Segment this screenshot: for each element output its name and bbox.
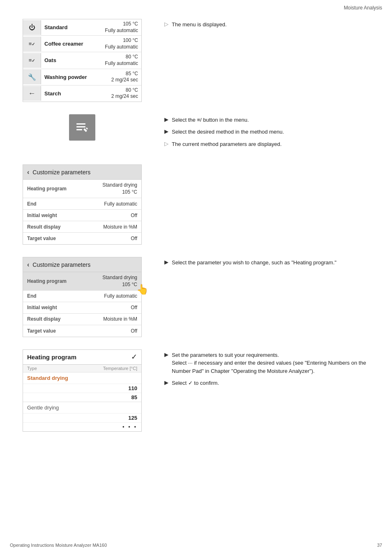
heating-panel: Heating program ✓ Type Temperature [°C] … [23,349,142,432]
arrow-solid-5b: ▶ [164,379,168,386]
instr-text-1: The menu is displayed. [172,21,227,29]
customize-value-end: Fully automatic [104,201,137,207]
section-2: ▶ Select the ≡/ button in the menu. ▶ Se… [12,114,380,153]
heating-temp-85[interactable]: 85 [23,393,141,402]
page-footer: Operating Instructions Moisture Analyzer… [0,543,392,548]
arrow-solid-5a: ▶ [164,352,168,358]
instr-text-2a: Select the ≡/ button in the menu. [172,116,249,124]
heating-col-type: Type [27,366,37,371]
menu-name-standard: Standard [41,23,101,32]
customize-row-end-2[interactable]: End Fully automatic [23,291,141,302]
panel-col-4: ‹ Customize parameters Heating program S… [12,257,152,337]
menu-values-standard: 105 °C Fully automatic [101,19,141,35]
method-icon-svg [75,120,90,135]
check-mark-btn[interactable]: ✓ [131,352,137,361]
menu-row-starch[interactable]: ← Starch 80 °C 2 mg/24 sec [23,86,141,102]
menu-row-washing[interactable]: 🔧 Washing powder 85 °C 2 mg/24 sec [23,69,141,86]
customize-value-target-2: Off [131,328,137,334]
heating-type-gentle-label: Gentle drying [27,405,59,411]
customize-row-result[interactable]: Result display Moisture in %M [23,221,141,233]
instr-item-2c: ▷ The current method parameters are disp… [164,140,380,148]
menu-icon-method-1: ≡✓ [23,37,41,51]
instr-item-2b: ▶ Select the desired method in the metho… [164,128,380,136]
customize-label-heating: Heating program [27,186,67,192]
heating-temp-dots[interactable]: • • • [23,422,141,431]
customize-label-result-2: Result display [27,316,60,322]
customize-row-heating[interactable]: Heating program Standard drying105 °C [23,180,141,198]
heating-header: Heating program ✓ [23,350,141,365]
menu-row-coffee[interactable]: ≡✓ Coffee creamer 100 °C Fully automatic [23,36,141,52]
customize-label-end-2: End [27,293,37,299]
heating-temp-125[interactable]: 125 [23,413,141,422]
menu-values-coffee: 100 °C Fully automatic [101,36,141,52]
customize-value-result-2: Moisture in %M [103,316,137,322]
svg-rect-1 [76,126,85,127]
panel-col-5: Heating program ✓ Type Temperature [°C] … [12,349,152,432]
arrow-outline-2c: ▷ [164,141,168,147]
method-icon-button[interactable] [69,114,95,141]
section-4: ‹ Customize parameters Heating program S… [12,257,380,337]
instr-text-4a: Select the parameter you wish to change,… [172,259,337,267]
customize-value-target: Off [131,236,137,241]
instr-item-4a: ▶ Select the parameter you wish to chang… [164,259,380,267]
instr-col-4: ▶ Select the parameter you wish to chang… [164,257,380,271]
customize-title-2: Customize parameters [32,261,90,268]
customize-label-target-2: Target value [27,328,56,334]
customize-row-target[interactable]: Target value Off [23,233,141,244]
instr-item-1: ▷ The menu is displayed. [164,21,380,29]
section-1: ⏻ Standard 105 °C Fully automatic ≡✓ Cof… [12,19,380,102]
menu-values-starch: 80 °C 2 mg/24 sec [108,86,141,102]
heating-type-standard[interactable]: Standard drying [23,372,141,384]
menu-name-coffee: Coffee creamer [41,39,101,49]
instr-item-5b: ▶ Select ✓ to confirm. [164,379,380,387]
customize-row-end[interactable]: End Fully automatic [23,198,141,210]
customize-panel-2: ‹ Customize parameters Heating program S… [23,257,142,337]
menu-panel: ⏻ Standard 105 °C Fully automatic ≡✓ Cof… [23,19,142,102]
heating-subheader: Type Temperature [°C] [23,365,141,372]
customize-row-initial-2[interactable]: Initial weight Off [23,302,141,314]
heating-temp-value-85: 85 [131,394,137,400]
customize-value-heating-2: Standard drying105 °C [102,274,137,288]
heating-temp-dots-label: • • • [122,424,137,430]
customize-row-result-2[interactable]: Result display Moisture in %M [23,314,141,325]
svg-rect-0 [76,123,85,125]
instr-text-5b: Select ✓ to confirm. [172,379,219,387]
back-button-2[interactable]: ‹ [27,261,29,268]
menu-name-starch: Starch [41,89,108,98]
heating-type-gentle[interactable]: Gentle drying [23,402,141,413]
customize-label-initial-2: Initial weight [27,305,57,310]
heating-temp-110[interactable]: 110 [23,384,141,393]
menu-row-standard[interactable]: ⏻ Standard 105 °C Fully automatic [23,19,141,36]
heating-type-standard-label: Standard drying [27,375,68,381]
instr-col-2: ▶ Select the ≡/ button in the menu. ▶ Se… [164,114,380,153]
back-button-1[interactable]: ‹ [27,169,29,176]
menu-icon-power: ⏻ [23,20,41,35]
menu-icon-back: ← [23,86,41,101]
heating-temp-value-125: 125 [128,415,137,421]
customize-label-end: End [27,201,37,207]
customize-panel-1: ‹ Customize parameters Heating program S… [23,164,142,245]
customize-row-initial[interactable]: Initial weight Off [23,210,141,221]
menu-name-oats: Oats [41,56,101,65]
menu-values-washing: 85 °C 2 mg/24 sec [108,69,141,85]
customize-header-2: ‹ Customize parameters [23,257,141,272]
menu-icon-user: 🔧 [23,69,41,84]
menu-icon-method-2: ≡✓ [23,53,41,68]
instr-col-5: ▶ Set the parameters to suit your requir… [164,349,380,391]
instr-col-1: ▷ The menu is displayed. [164,19,380,33]
instr-text-5a: Set the parameters to suit your requirem… [172,351,380,375]
instr-item-5a: ▶ Set the parameters to suit your requir… [164,351,380,375]
menu-row-oats[interactable]: ≡✓ Oats 80 °C Fully automatic [23,52,141,69]
instr-item-2a: ▶ Select the ≡/ button in the menu. [164,116,380,124]
customize-label-heating-2: Heating program [27,278,67,284]
section-5: Heating program ✓ Type Temperature [°C] … [12,349,380,432]
customize-row-target-2[interactable]: Target value Off [23,325,141,337]
footer-left: Operating Instructions Moisture Analyzer… [10,543,107,548]
instr-text-2b: Select the desired method in the method … [172,128,284,136]
menu-values-oats: 80 °C Fully automatic [101,52,141,68]
svg-rect-2 [76,129,82,130]
panel-col-1: ⏻ Standard 105 °C Fully automatic ≡✓ Cof… [12,19,152,102]
footer-right: 37 [377,543,382,548]
heating-title: Heating program [27,354,76,361]
customize-row-heating-2[interactable]: Heating program Standard drying105 °C 👆 [23,272,141,291]
